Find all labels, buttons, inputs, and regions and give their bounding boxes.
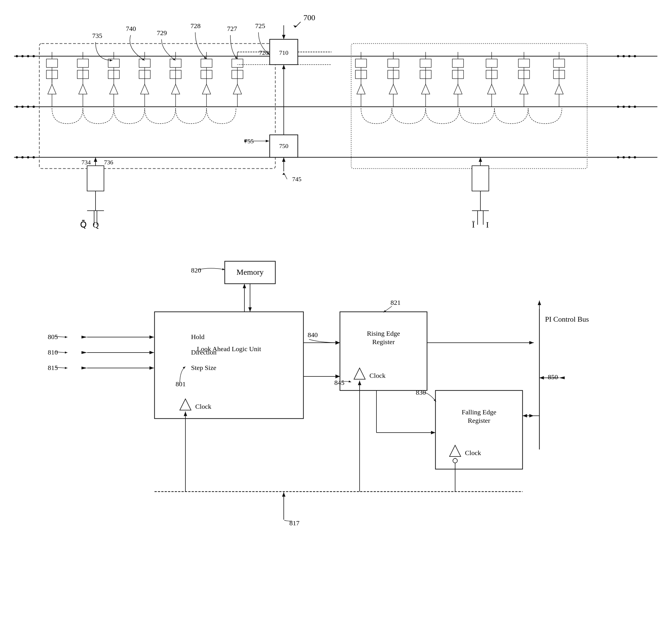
svg-point-28: [617, 156, 619, 159]
svg-marker-128: [487, 84, 496, 94]
svg-marker-157: [82, 367, 87, 370]
ref-820: 820: [191, 267, 201, 274]
svg-marker-122: [454, 84, 462, 94]
svg-rect-96: [472, 166, 489, 191]
svg-point-12: [628, 55, 631, 57]
falling-reg-label2: Register: [468, 417, 490, 424]
svg-point-20: [622, 106, 625, 108]
label-734: 734: [82, 159, 91, 166]
pi-control-bus-label: PI Control Bus: [545, 315, 589, 323]
svg-marker-154: [82, 351, 87, 354]
svg-rect-163: [436, 391, 522, 469]
svg-point-17: [27, 106, 29, 108]
svg-point-13: [634, 55, 636, 57]
ref-805-label: 805: [48, 333, 58, 340]
svg-marker-61: [171, 84, 180, 94]
svg-point-11: [622, 55, 625, 57]
svg-rect-102: [355, 59, 367, 68]
memory-label: Memory: [236, 268, 264, 277]
svg-line-161: [383, 306, 392, 312]
svg-point-26: [27, 156, 29, 159]
block-750-label: 750: [279, 142, 289, 149]
ref-821: 821: [390, 299, 401, 306]
svg-rect-138: [554, 59, 565, 68]
svg-point-25: [21, 156, 24, 159]
svg-point-9: [32, 55, 35, 57]
stepsize-label: Step Size: [191, 364, 216, 371]
ref-740: 740: [126, 25, 136, 32]
svg-point-8: [27, 55, 29, 57]
svg-rect-65: [201, 59, 212, 68]
label-736: 736: [104, 159, 113, 166]
svg-point-7: [21, 55, 24, 57]
svg-point-30: [628, 156, 631, 159]
svg-point-21: [628, 106, 631, 108]
svg-rect-41: [77, 59, 89, 68]
svg-marker-183: [335, 375, 340, 378]
svg-rect-33: [351, 43, 587, 169]
ref-801: 801: [176, 380, 186, 388]
rising-reg-label: Rising Edge: [367, 330, 400, 337]
svg-marker-49: [110, 84, 118, 94]
lalu-clock-label: Clock: [195, 403, 211, 410]
svg-marker-116: [421, 84, 430, 94]
svg-marker-104: [357, 84, 365, 94]
ref-815-label: 815: [48, 364, 58, 371]
svg-rect-126: [486, 59, 497, 68]
svg-point-22: [634, 106, 636, 108]
rising-reg-label2: Register: [372, 338, 395, 345]
svg-point-19: [617, 106, 619, 108]
svg-point-18: [32, 106, 35, 108]
svg-point-24: [16, 156, 18, 159]
ref-728: 728: [190, 22, 201, 29]
svg-rect-90: [87, 166, 104, 191]
ref-729: 729: [157, 29, 167, 36]
label-745: 745: [292, 176, 301, 183]
diagram-container: 700: [0, 0, 672, 618]
svg-point-16: [21, 106, 24, 108]
svg-marker-140: [555, 84, 563, 94]
i-label: I: [486, 220, 489, 229]
svg-rect-132: [518, 59, 530, 68]
svg-marker-36: [48, 84, 56, 94]
ref-727: 727: [227, 25, 237, 32]
svg-rect-114: [420, 59, 431, 68]
svg-marker-134: [520, 84, 528, 94]
svg-point-29: [622, 156, 625, 159]
svg-rect-147: [155, 312, 303, 419]
direction-label: Direction: [191, 348, 217, 356]
svg-point-181: [453, 458, 457, 463]
svg-point-10: [617, 55, 619, 57]
ref-817: 817: [289, 519, 299, 527]
fig-number: 700: [303, 13, 315, 22]
svg-marker-67: [202, 84, 211, 94]
svg-marker-86: [282, 173, 285, 175]
ref-850: 850: [548, 373, 558, 381]
svg-rect-108: [388, 59, 399, 68]
block-710-label: 710: [279, 49, 289, 56]
q-bar-label: Q̄: [80, 220, 87, 229]
i-bar-label: Ī: [472, 220, 475, 229]
svg-point-27: [32, 156, 35, 159]
svg-marker-151: [82, 336, 87, 338]
hold-label: Hold: [191, 333, 204, 340]
svg-marker-110: [389, 84, 397, 94]
svg-rect-71: [232, 59, 243, 68]
ref-810-label: 810: [48, 348, 58, 356]
falling-clock-label: Clock: [465, 449, 481, 456]
svg-point-31: [634, 156, 636, 159]
svg-marker-73: [233, 84, 242, 94]
rising-clock-label: Clock: [369, 372, 385, 379]
svg-rect-120: [452, 59, 464, 68]
ref-735: 735: [92, 32, 102, 39]
svg-marker-182: [335, 341, 340, 345]
ref-840: 840: [308, 331, 318, 338]
svg-marker-55: [140, 84, 149, 94]
ref-845: 845: [334, 379, 345, 386]
svg-rect-34: [46, 59, 58, 68]
ref-725: 725: [255, 22, 265, 29]
q-label: Q: [93, 220, 99, 229]
svg-marker-171: [559, 377, 565, 379]
svg-point-6: [16, 55, 18, 57]
falling-reg-label: Falling Edge: [462, 408, 496, 416]
